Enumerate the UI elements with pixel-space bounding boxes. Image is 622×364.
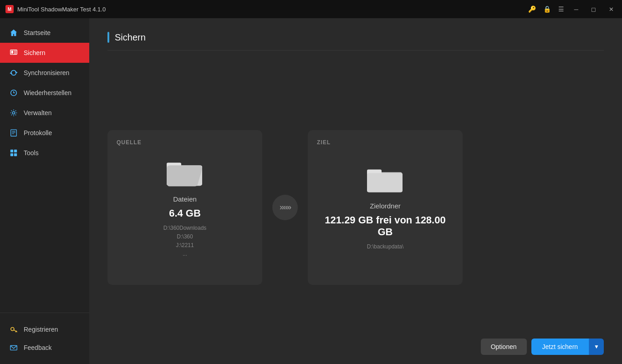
sidebar-item-tools[interactable]: Tools xyxy=(0,143,89,163)
backup-now-wrapper: Jetzt sichern ▼ xyxy=(531,339,604,355)
svg-rect-15 xyxy=(10,153,13,156)
sidebar-item-sichern[interactable]: Sichern xyxy=(0,43,89,63)
sidebar-item-verwalten[interactable]: Verwalten xyxy=(0,103,89,123)
backup-now-button[interactable]: Jetzt sichern xyxy=(531,339,589,355)
svg-rect-14 xyxy=(14,150,17,152)
options-button[interactable]: Optionen xyxy=(481,339,527,355)
sidebar-label-tools: Tools xyxy=(24,149,39,157)
title-bar-left: M MiniTool ShadowMaker Test 4.1.0 xyxy=(5,5,106,13)
app-icon: M xyxy=(5,5,14,13)
target-path: D:\backupdata\ xyxy=(367,243,404,251)
mail-icon xyxy=(9,343,18,352)
source-path-3: J:\2211 xyxy=(163,241,207,250)
svg-rect-13 xyxy=(10,150,13,152)
source-card[interactable]: QUELLE Dateien 6.4 GB D:\360Downloads D:… xyxy=(107,130,262,285)
sidebar-label-sichern: Sichern xyxy=(24,49,45,56)
sidebar-item-registrieren[interactable]: Registrieren xyxy=(0,320,89,339)
manage-icon xyxy=(9,108,18,117)
sidebar-label-synchronisieren: Synchronisieren xyxy=(24,69,69,76)
cards-area: QUELLE Dateien 6.4 GB D:\360Downloads D:… xyxy=(107,64,604,350)
app-body: Startseite Sichern xyxy=(0,18,622,364)
svg-rect-16 xyxy=(14,153,17,156)
sidebar-item-startseite[interactable]: Startseite xyxy=(0,23,89,43)
sidebar-label-verwalten: Verwalten xyxy=(24,109,51,116)
backup-now-dropdown-button[interactable]: ▼ xyxy=(589,339,604,355)
logs-icon xyxy=(9,128,18,137)
target-type: Zielordner xyxy=(370,202,401,210)
key-titlebar-icon[interactable]: 🔑 xyxy=(528,5,536,13)
target-folder-icon xyxy=(367,163,403,195)
sidebar-label-protokolle: Protokolle xyxy=(24,129,52,136)
minimize-button[interactable]: ─ xyxy=(571,5,581,14)
key-icon xyxy=(9,325,18,334)
backup-icon xyxy=(9,48,18,57)
maximize-button[interactable]: ◻ xyxy=(588,5,599,14)
target-free-space: 121.29 GB frei von 128.00 GB xyxy=(319,214,452,238)
sidebar-label-registrieren: Registrieren xyxy=(24,326,58,333)
source-path-1: D:\360Downloads xyxy=(163,224,207,233)
arrow-circle: »»» xyxy=(272,195,298,220)
svg-rect-9 xyxy=(11,130,17,136)
source-paths: D:\360Downloads D:\360 J:\2211 ... xyxy=(163,224,207,259)
sidebar-item-protokolle[interactable]: Protokolle xyxy=(0,123,89,143)
sidebar-item-feedback[interactable]: Feedback xyxy=(0,339,89,357)
sidebar-label-startseite: Startseite xyxy=(24,29,51,36)
svg-point-8 xyxy=(12,111,15,114)
source-size: 6.4 GB xyxy=(169,207,201,219)
svg-text:M: M xyxy=(8,7,11,12)
sidebar-item-synchronisieren[interactable]: Synchronisieren xyxy=(0,63,89,83)
tools-icon xyxy=(9,148,18,157)
page-title: Sichern xyxy=(115,32,146,43)
svg-rect-27 xyxy=(367,173,403,192)
app-title: MiniTool ShadowMaker Test 4.1.0 xyxy=(17,6,106,13)
source-path-ellipsis: ... xyxy=(163,250,207,258)
sidebar-bottom: Registrieren Feedback xyxy=(0,313,89,364)
target-paths: D:\backupdata\ xyxy=(367,243,404,251)
sidebar-label-wiederherstellen: Wiederherstellen xyxy=(24,89,71,96)
source-type: Dateien xyxy=(173,195,197,203)
main-content: Sichern QUELLE Dateien 6.4 GB D:\360Down… xyxy=(89,18,622,364)
page-title-wrapper: Sichern xyxy=(107,32,604,51)
sidebar: Startseite Sichern xyxy=(0,18,89,364)
menu-titlebar-icon[interactable]: ☰ xyxy=(558,5,564,13)
title-bar-controls: 🔑 🔒 ☰ ─ ◻ ✕ xyxy=(528,5,617,14)
restore-icon xyxy=(9,88,18,97)
sidebar-item-wiederherstellen[interactable]: Wiederherstellen xyxy=(0,83,89,103)
close-button[interactable]: ✕ xyxy=(606,5,617,14)
source-folder-icon xyxy=(167,156,203,188)
sync-icon xyxy=(9,68,18,77)
sidebar-label-feedback: Feedback xyxy=(24,344,51,351)
target-label: ZIEL xyxy=(317,139,331,146)
svg-rect-3 xyxy=(11,51,14,54)
lock-titlebar-icon[interactable]: 🔒 xyxy=(543,5,551,13)
source-label: QUELLE xyxy=(117,139,142,146)
sidebar-nav: Startseite Sichern xyxy=(0,18,89,313)
bottom-bar: Optionen Jetzt sichern ▼ xyxy=(481,339,604,355)
arrow-container: »»» xyxy=(262,195,308,220)
title-bar: M MiniTool ShadowMaker Test 4.1.0 🔑 🔒 ☰ … xyxy=(0,0,622,18)
source-path-2: D:\360 xyxy=(163,233,207,241)
page-title-accent xyxy=(107,32,109,43)
home-icon xyxy=(9,28,18,37)
target-card[interactable]: ZIEL Zielordner 121.29 GB frei von 128.0… xyxy=(308,130,463,285)
arrow-icon: »»» xyxy=(280,202,291,212)
